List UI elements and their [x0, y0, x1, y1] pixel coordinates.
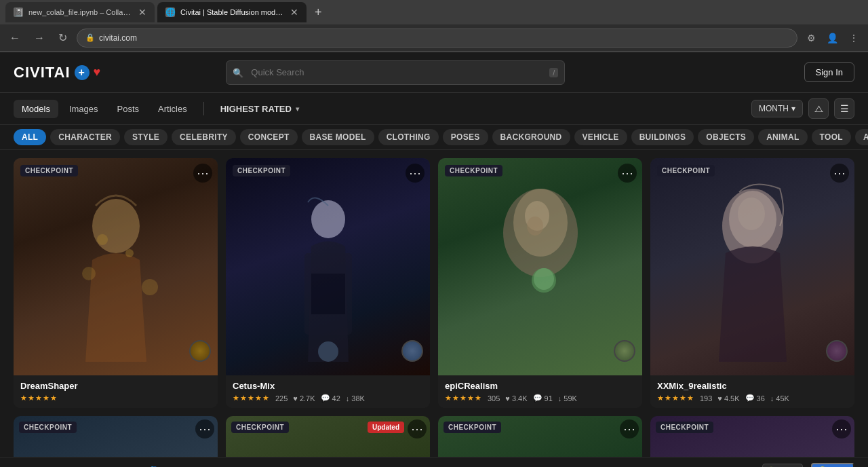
cat-poses[interactable]: POSES [443, 129, 488, 145]
cat-vehicle[interactable]: VEHICLE [574, 129, 627, 145]
profile-button[interactable]: 👤 [823, 30, 842, 46]
card-menu-xxmix[interactable]: ⋯ [830, 164, 849, 183]
checkpoint-badge-dreamshaper: CHECKPOINT [20, 165, 78, 176]
bottom-menu-2[interactable]: ⋯ [408, 419, 427, 438]
menu-button[interactable]: ⋮ [845, 30, 863, 46]
card-menu-cetus[interactable]: ⋯ [406, 164, 425, 183]
bottom-card-1[interactable]: CHECKPOINT ⋯ [14, 416, 218, 457]
cat-base-model[interactable]: BASE MODEL [302, 129, 374, 145]
cat-concept[interactable]: CONCEPT [240, 129, 298, 145]
stars-cetus: ★★★★★ [233, 394, 270, 403]
bottom-menu-1[interactable]: ⋯ [195, 419, 214, 438]
forward-button[interactable]: → [30, 29, 49, 47]
tab-favicon-colab: 📓 [14, 7, 23, 17]
tab-images[interactable]: Images [61, 100, 106, 118]
svg-point-5 [311, 200, 345, 238]
avatar-cetus [401, 340, 423, 362]
card-info-epic: epiCRealism ★★★★★ 305 ♥ 3.4K 💬 91 ↓ 59K [438, 375, 642, 408]
card-title-cetus: Cetus-Mix [233, 381, 423, 391]
card-info-cetus: Cetus-Mix ★★★★★ 225 ♥ 2.7K 💬 42 ↓ 38K [226, 375, 430, 408]
sign-in-button[interactable]: Sign In [804, 62, 854, 82]
card-menu-dreamshaper[interactable]: ⋯ [193, 164, 212, 183]
back-button[interactable]: ← [5, 29, 24, 47]
likes-xxmix: ♥ 4.5K [717, 394, 739, 403]
downloads-cetus: ↓ 38K [346, 394, 365, 403]
tab-civitai[interactable]: 🌐 Civitai | Stable Diffusion models... ✕ [157, 2, 307, 22]
bottom-card-3[interactable]: CHECKPOINT ⋯ [438, 416, 642, 457]
address-text: civitai.com [99, 33, 137, 43]
highest-rated-filter[interactable]: HIGHEST RATED ▾ [212, 100, 307, 118]
bottom-cards-row: CHECKPOINT ⋯ CHECKPOINT Updated ⋯ CHECKP… [0, 416, 868, 457]
tab-close-civitai[interactable]: ✕ [290, 7, 298, 18]
comments-xxmix: 💬 36 [745, 394, 765, 403]
cat-buildings[interactable]: BUILDINGS [631, 129, 694, 145]
tab-colab[interactable]: 📓 new_colab_file.ipynb – Collabora... ✕ [5, 2, 155, 22]
comment-icon-cetus: 💬 [321, 394, 330, 403]
nav-bar: ← → ↻ 🔒 civitai.com ⚙ 👤 ⋮ [0, 24, 868, 52]
checkpoint-badge-xxmix: CHECKPOINT [657, 165, 715, 176]
cat-background[interactable]: BACKGROUND [492, 129, 570, 145]
likes-epic: ♥ 3.4K [505, 394, 527, 403]
stars-epic: ★★★★★ [445, 394, 482, 403]
address-bar[interactable]: 🔒 civitai.com [77, 29, 797, 48]
bottom-card-2[interactable]: CHECKPOINT Updated ⋯ [226, 416, 430, 457]
period-selector[interactable]: MONTH ▾ [751, 100, 803, 117]
search-input[interactable] [226, 60, 565, 85]
card-title-dreamshaper: DreamShaper [20, 381, 211, 391]
cat-clothing[interactable]: CLOTHING [378, 129, 439, 145]
card-info-dreamshaper: DreamShaper ★★★★★ [14, 375, 218, 408]
search-bar-container: 🔍 / [226, 60, 565, 85]
tab-articles[interactable]: Articles [150, 100, 195, 118]
tab-favicon-civitai: 🌐 [165, 7, 175, 17]
checkpoint-badge-cetus: CHECKPOINT [233, 165, 290, 176]
new-tab-button[interactable]: + [309, 3, 328, 22]
svg-point-0 [92, 199, 140, 253]
avatar-dreamshaper [189, 340, 211, 362]
tab-close-colab[interactable]: ✕ [138, 7, 146, 18]
bottom-card-4[interactable]: CHECKPOINT ⋯ [650, 416, 854, 457]
card-stats-xxmix: ★★★★★ 193 ♥ 4.5K 💬 36 ↓ 45K [657, 394, 848, 403]
stars-xxmix: ★★★★★ [657, 394, 694, 403]
model-card-dreamshaper[interactable]: CHECKPOINT ⋯ DreamShaper ★★★★★ [14, 158, 218, 408]
bottom-menu-3[interactable]: ⋯ [620, 419, 639, 438]
extensions-button[interactable]: ⚙ [803, 30, 820, 46]
stars-dreamshaper: ★★★★★ [20, 394, 58, 403]
ideas-button[interactable]: 💡 Ideas [811, 463, 854, 467]
logo-text: CIVITAI [14, 64, 71, 81]
refresh-button[interactable]: ↻ [54, 29, 71, 47]
cat-animal[interactable]: ANIMAL [758, 129, 807, 145]
bottom-badge-1: CHECKPOINT [19, 422, 77, 433]
bottom-badge-3: CHECKPOINT [443, 422, 501, 433]
model-card-epicrealism[interactable]: CHECKPOINT ⋯ epiCRealism ★★★★★ 305 ♥ 3.4… [438, 158, 642, 408]
footer-right: 🐛 Bugs 💡 Ideas [762, 463, 854, 467]
cat-celebrity[interactable]: CELEBRITY [172, 129, 236, 145]
cat-style[interactable]: STYLE [124, 129, 167, 145]
downloads-xxmix: ↓ 45K [770, 394, 789, 403]
bottom-badge-4: CHECKPOINT [656, 422, 713, 433]
cat-tool[interactable]: TOOL [812, 129, 851, 145]
card-menu-epic[interactable]: ⋯ [618, 164, 637, 183]
cat-action[interactable]: ACTION [855, 129, 868, 145]
bugs-button[interactable]: 🐛 Bugs [762, 464, 803, 467]
logo-plus-button[interactable]: + [75, 65, 90, 80]
tab-posts[interactable]: Posts [109, 100, 148, 118]
model-card-cetus-mix[interactable]: CHECKPOINT ⋯ Cetus-Mix ★★★★★ 225 ♥ 2.7K … [226, 158, 430, 408]
download-icon-xxmix: ↓ [770, 394, 774, 403]
rating-count-cetus: 225 [275, 394, 288, 403]
cat-character[interactable]: CHARACTER [50, 129, 120, 145]
card-title-epic: epiCRealism [445, 381, 635, 391]
model-card-xxmix[interactable]: CHECKPOINT ⋯ XXMix_9realistic ★★★★★ 193 … [650, 158, 854, 408]
rating-count-epic: 305 [488, 394, 500, 403]
site-header: CIVITAI + ♥ 🔍 / Sign In [0, 52, 868, 93]
logo[interactable]: CIVITAI + ♥ [14, 64, 101, 81]
heart-icon-xxmix: ♥ [717, 394, 722, 403]
bottom-menu-4[interactable]: ⋯ [832, 419, 851, 438]
cat-all[interactable]: ALL [14, 129, 46, 145]
logo-heart-icon[interactable]: ♥ [94, 65, 102, 79]
period-caret-icon: ▾ [791, 104, 795, 113]
layout-icon-button[interactable]: ☰ [834, 98, 854, 119]
svg-point-2 [125, 249, 134, 257]
tab-models[interactable]: Models [14, 100, 58, 118]
cat-objects[interactable]: OBJECTS [698, 129, 754, 145]
filter-icon-button[interactable]: ⧍ [808, 98, 829, 119]
